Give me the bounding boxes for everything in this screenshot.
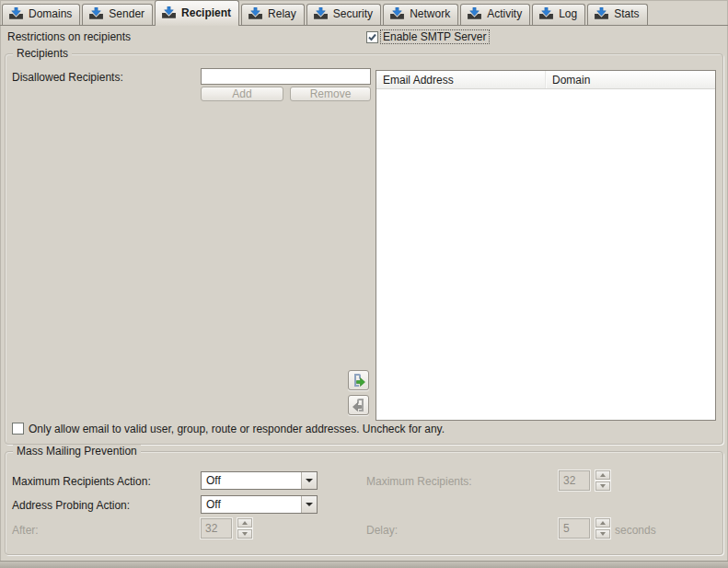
disallowed-recipients-label: Disallowed Recipients: <box>12 71 123 84</box>
tab-sender[interactable]: Sender <box>82 4 153 25</box>
remove-button-label: Remove <box>310 87 352 100</box>
max-recipients-label: Maximum Recipients: <box>366 475 472 488</box>
combobox-value: Off <box>202 498 301 511</box>
tab-label: Domains <box>29 7 72 20</box>
add-button[interactable]: Add <box>201 87 283 101</box>
chevron-down-icon <box>306 503 313 506</box>
combobox-value: Off <box>202 474 301 487</box>
tab-label: Log <box>559 7 577 20</box>
tab-label: Security <box>333 7 373 20</box>
tab-strip: Domains Sender Recipient Relay Security … <box>0 0 728 26</box>
tab-security[interactable]: Security <box>306 4 381 25</box>
door-out-arrow-left-icon <box>352 398 366 412</box>
delay-spinner <box>595 518 610 539</box>
combobox-dropdown-button[interactable] <box>301 472 317 489</box>
address-probing-action-label: Address Probing Action: <box>12 499 130 512</box>
mass-mailing-group-title: Mass Mailing Prevention <box>13 445 141 458</box>
tab-stats[interactable]: Stats <box>587 4 647 25</box>
spin-down-button[interactable] <box>595 481 610 491</box>
listview-header: Email Address Domain <box>376 71 715 89</box>
address-probing-action-combobox[interactable]: Off <box>201 495 318 514</box>
receive-mail-tray-icon <box>161 6 177 19</box>
spin-up-button[interactable] <box>237 518 252 527</box>
disallowed-recipient-input[interactable] <box>201 68 371 85</box>
receive-mail-tray-icon <box>594 7 609 20</box>
spin-up-icon <box>242 521 248 525</box>
enable-smtp-checkbox[interactable] <box>366 31 378 43</box>
spin-down-icon <box>600 484 606 488</box>
valid-addresses-checkbox[interactable] <box>12 423 24 435</box>
tab-label: Sender <box>109 7 144 20</box>
receive-mail-tray-icon <box>538 7 554 20</box>
move-left-button[interactable] <box>348 395 369 415</box>
chevron-down-icon <box>306 479 313 482</box>
tab-label: Network <box>410 7 450 20</box>
receive-mail-tray-icon <box>313 7 329 20</box>
tab-log[interactable]: Log <box>532 4 585 25</box>
spin-up-button[interactable] <box>595 518 610 527</box>
tab-relay[interactable]: Relay <box>241 4 305 25</box>
check-mark-icon <box>367 32 377 42</box>
max-recipients-action-combobox[interactable]: Off <box>201 471 318 490</box>
receive-mail-tray-icon <box>248 7 263 20</box>
spin-up-icon <box>600 521 606 525</box>
spin-down-icon <box>242 532 248 536</box>
spinbox-value: 32 <box>563 474 575 487</box>
after-label: After: <box>12 524 39 537</box>
spin-up-icon <box>600 473 606 477</box>
enable-smtp-label[interactable]: Enable SMTP Server <box>380 29 490 44</box>
remove-button[interactable]: Remove <box>290 87 371 101</box>
receive-mail-tray-icon <box>467 7 482 20</box>
tab-domains[interactable]: Domains <box>2 4 80 25</box>
max-recipients-spinner <box>595 470 610 491</box>
delay-spinbox[interactable]: 5 <box>559 518 590 539</box>
spin-down-button[interactable] <box>237 529 252 539</box>
spinbox-value: 32 <box>205 522 217 535</box>
smtp-settings-window: Domains Sender Recipient Relay Security … <box>0 0 728 568</box>
tab-label: Activity <box>487 7 522 20</box>
column-header-email-address[interactable]: Email Address <box>376 71 546 88</box>
receive-mail-tray-icon <box>389 7 405 20</box>
receive-mail-tray-icon <box>88 7 104 20</box>
spin-down-icon <box>600 532 606 536</box>
delay-label: Delay: <box>366 524 398 537</box>
delay-unit-label: seconds <box>615 524 656 537</box>
add-button-label: Add <box>232 87 251 100</box>
window-bottom-edge <box>0 561 728 568</box>
spin-up-button[interactable] <box>595 470 610 480</box>
max-recipients-spinbox[interactable]: 32 <box>559 470 590 491</box>
after-spinner <box>237 518 252 539</box>
spin-down-button[interactable] <box>595 529 610 539</box>
door-in-arrow-right-icon <box>352 373 366 388</box>
tab-recipient[interactable]: Recipient <box>155 0 239 26</box>
tab-label: Recipient <box>181 6 231 19</box>
recipients-group-title: Recipients <box>13 47 72 60</box>
tab-network[interactable]: Network <box>383 4 458 25</box>
max-recipients-action-label: Maximum Recipients Action: <box>12 475 151 488</box>
receive-mail-tray-icon <box>8 7 24 20</box>
move-right-button[interactable] <box>348 370 369 390</box>
listview-body[interactable] <box>376 89 715 421</box>
combobox-dropdown-button[interactable] <box>301 496 317 513</box>
tab-label: Stats <box>614 7 639 20</box>
tab-label: Relay <box>268 7 296 20</box>
recipients-listview[interactable]: Email Address Domain <box>376 70 716 421</box>
spinbox-value: 5 <box>563 522 570 535</box>
after-spinbox[interactable]: 32 <box>201 518 232 539</box>
column-header-domain[interactable]: Domain <box>546 71 715 88</box>
tab-activity[interactable]: Activity <box>460 4 530 25</box>
restrictions-heading: Restrictions on recipients <box>7 30 131 43</box>
valid-addresses-label[interactable]: Only allow email to valid user, group, r… <box>27 423 446 435</box>
